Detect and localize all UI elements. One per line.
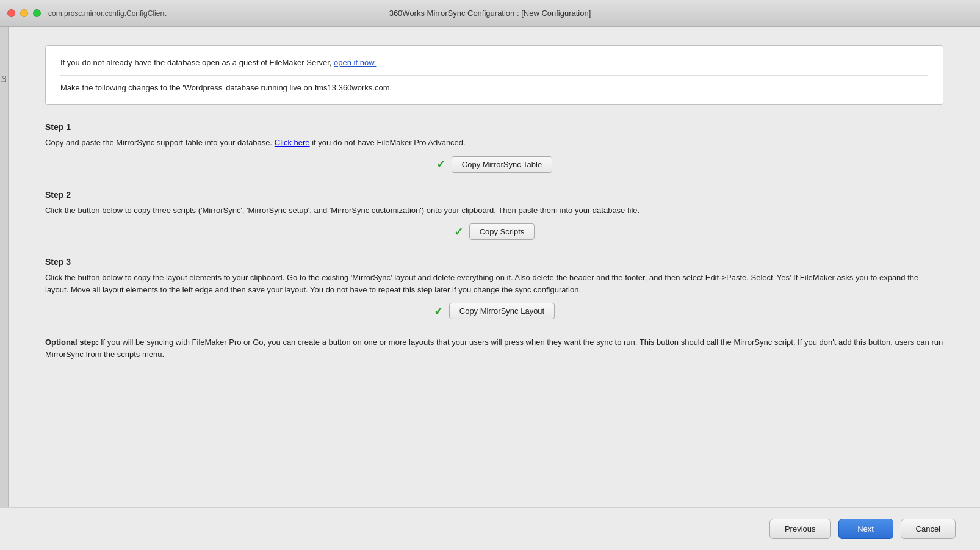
step2-section: Step 2 Click the button below to copy th… [45,190,943,241]
window-title: 360Works MirrorSync Configuration : [New… [389,9,591,18]
close-button[interactable] [7,9,15,17]
step2-title: Step 2 [45,190,943,200]
main-area: Le If you do not already have the databa… [0,27,980,507]
optional-step-bold: Optional step: [45,338,98,347]
step1-title: Step 1 [45,122,943,132]
minimize-button[interactable] [20,9,28,17]
optional-step-section: Optional step: If you will be syncing wi… [45,336,943,360]
step3-check-icon: ✓ [434,305,443,318]
sidebar-label: Le [1,76,7,82]
step1-check-icon: ✓ [436,157,445,171]
step3-title: Step 3 [45,257,943,267]
step1-section: Step 1 Copy and paste the MirrorSync sup… [45,122,943,173]
step1-description: Copy and paste the MirrorSync support ta… [45,137,943,149]
info-box: If you do not already have the database … [45,45,943,105]
copy-mirrorsync-layout-button[interactable]: Copy MirrorSync Layout [449,303,555,319]
titlebar: com.prosc.mirror.config.ConfigClient 360… [0,0,980,27]
info-divider [60,75,928,76]
info-line2: Make the following changes to the 'Wordp… [60,82,928,94]
bottom-bar: Previous Next Cancel [0,507,980,550]
step2-action-row: ✓ Copy Scripts [45,223,943,240]
open-now-link[interactable]: open it now. [334,58,376,67]
copy-mirrorsync-table-button[interactable]: Copy MirrorSync Table [452,156,552,173]
copy-scripts-button[interactable]: Copy Scripts [469,223,535,240]
cancel-button[interactable]: Cancel [901,519,956,539]
step3-action-row: ✓ Copy MirrorSync Layout [45,303,943,319]
previous-button[interactable]: Previous [769,519,831,539]
step2-check-icon: ✓ [454,225,463,239]
sidebar-strip: Le [0,27,9,507]
next-button[interactable]: Next [838,519,893,539]
step1-action-row: ✓ Copy MirrorSync Table [45,156,943,173]
traffic-lights[interactable] [7,9,41,17]
step2-description: Click the button below to copy three scr… [45,204,943,217]
step3-description: Click the button below to copy the layou… [45,272,943,295]
click-here-link[interactable]: Click here [275,138,310,147]
step3-section: Step 3 Click the button below to copy th… [45,257,943,319]
maximize-button[interactable] [33,9,41,17]
app-name: com.prosc.mirror.config.ConfigClient [48,9,166,18]
content-wrapper: If you do not already have the database … [9,27,980,507]
optional-step-text: Optional step: If you will be syncing wi… [45,336,943,360]
info-line1: If you do not already have the database … [60,57,928,69]
